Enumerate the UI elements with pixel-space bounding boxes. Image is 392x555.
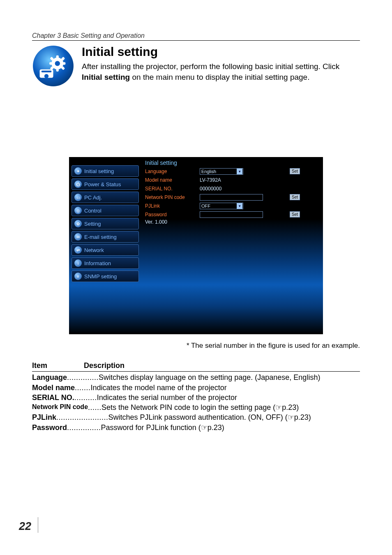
model-name-value: LV-7392A <box>200 177 221 183</box>
nav-label: Control <box>84 208 101 214</box>
dots: .............. <box>67 372 99 382</box>
select-value: OFF <box>201 204 210 208</box>
nav-pc-adj[interactable]: ▭PC Adj. <box>71 192 139 203</box>
description: Password for PJLink function (☞p.23) <box>101 423 224 432</box>
header-item: Item <box>32 361 84 370</box>
nav-initial-setting[interactable]: ✦Initial setting <box>71 165 139 177</box>
term: PJLink <box>32 412 56 422</box>
table-row: Model name .......Indicates the model na… <box>32 383 360 393</box>
dots: ............... <box>67 423 101 432</box>
svg-point-12 <box>44 74 48 78</box>
sidebar-nav: ✦Initial setting ⏻Power & Status ▭PC Adj… <box>69 157 141 334</box>
dots: ....................... <box>56 412 108 422</box>
svg-rect-5 <box>62 62 65 65</box>
intro-text: After installing the projector, perform … <box>82 61 360 82</box>
svg-rect-3 <box>56 68 59 72</box>
chapter-header: Chapter 3 Basic Setting and Operation <box>32 32 360 39</box>
dots: .......... <box>74 393 97 402</box>
term: Password <box>32 423 67 432</box>
nav-label: Network <box>84 247 104 253</box>
page-number-divider <box>38 517 38 533</box>
intro-after: on the main menu to display the initial … <box>130 73 309 81</box>
row-pjlink: PJLink OFF ▾ <box>144 202 321 210</box>
header-description: Description <box>84 361 125 370</box>
description: Indicates the serial number of the proje… <box>97 393 237 402</box>
dots: ....... <box>75 383 91 393</box>
gear-nav-icon: ✦ <box>74 167 82 175</box>
input-password[interactable] <box>200 211 263 218</box>
network-nav-icon: ⇄ <box>74 246 82 254</box>
intro-bold: Initial setting <box>82 73 130 81</box>
nav-label: E-mail setting <box>84 234 117 240</box>
mail-nav-icon: ✉ <box>74 233 82 240</box>
chevron-down-icon: ▾ <box>237 203 242 209</box>
description-table: Item Description Language..............S… <box>32 361 360 432</box>
table-row: Password...............Password for PJLi… <box>32 423 360 432</box>
serial-no-value: 00000000 <box>200 186 221 192</box>
setting-nav-icon: ✿ <box>74 220 82 227</box>
label-password: Password <box>144 212 200 217</box>
nav-control[interactable]: ◎Control <box>71 205 139 216</box>
term: Language <box>32 372 67 382</box>
nav-network[interactable]: ⇄Network <box>71 244 139 256</box>
svg-point-10 <box>55 61 60 66</box>
term: Network PIN code <box>32 402 88 412</box>
svg-rect-13 <box>42 71 52 72</box>
row-language: Language English ▾ Set <box>144 167 321 175</box>
pc-nav-icon: ▭ <box>74 194 82 201</box>
set-button-language[interactable]: Set <box>290 168 300 174</box>
nav-information[interactable]: iInformation <box>71 257 139 269</box>
nav-setting[interactable]: ✿Setting <box>71 218 139 229</box>
row-pin-code: Network PIN code Set <box>144 193 321 201</box>
table-row: Language..............Switches display l… <box>32 372 360 382</box>
svg-rect-4 <box>49 62 53 65</box>
page-number: 22 <box>19 520 31 533</box>
input-pin-code[interactable] <box>200 194 263 201</box>
nav-label: Setting <box>84 221 101 227</box>
power-nav-icon: ⏻ <box>74 180 82 188</box>
label-pin-code: Network PIN code <box>144 194 200 200</box>
nav-snmp[interactable]: ≡SNMP setting <box>71 271 139 282</box>
nav-label: Initial setting <box>84 168 114 174</box>
nav-label: Power & Status <box>84 181 121 187</box>
nav-label: SNMP setting <box>84 273 117 280</box>
nav-power-status[interactable]: ⏻Power & Status <box>71 178 139 190</box>
select-pjlink[interactable]: OFF ▾ <box>200 203 243 209</box>
description: Switches PJLink password authentication.… <box>108 412 311 422</box>
label-language: Language <box>144 169 200 174</box>
term: Model name <box>32 383 75 393</box>
row-serial-no: SERIAL NO. 00000000 <box>144 185 321 192</box>
control-nav-icon: ◎ <box>74 207 82 214</box>
page-title: Initial setting <box>82 45 360 59</box>
figure-caption: * The serial number in the figure is use… <box>0 342 360 350</box>
settings-screenshot: ✦Initial setting ⏻Power & Status ▭PC Adj… <box>69 157 323 334</box>
select-value: English <box>201 169 216 174</box>
snmp-nav-icon: ≡ <box>74 273 82 280</box>
dots: ...... <box>88 402 101 412</box>
description: Switches display language on the setting… <box>99 372 320 382</box>
chevron-down-icon: ▾ <box>237 169 242 174</box>
intro-before: After installing the projector, perform … <box>82 62 339 71</box>
header-rule <box>32 40 360 41</box>
info-nav-icon: i <box>74 259 82 267</box>
label-serial-no: SERIAL NO. <box>144 186 200 192</box>
row-model-name: Model name LV-7392A <box>144 176 321 184</box>
term: SERIAL NO. <box>32 393 74 402</box>
settings-panel: Initial setting Language English ▾ Set M… <box>141 157 323 334</box>
nav-label: PC Adj. <box>84 194 102 201</box>
row-password: Password Set <box>144 210 321 218</box>
label-pjlink: PJLink <box>144 203 200 209</box>
set-button-pin[interactable]: Set <box>290 194 300 200</box>
select-language[interactable]: English ▾ <box>200 168 243 175</box>
table-row: SERIAL NO. ..........Indicates the seria… <box>32 393 360 402</box>
panel-title: Initial setting <box>144 160 321 166</box>
gear-icon <box>32 45 74 87</box>
version-text: Ver. 1.000 <box>144 219 321 225</box>
table-row: Network PIN code ......Sets the Network … <box>32 402 360 412</box>
table-row: PJLink.......................Switches PJ… <box>32 412 360 422</box>
set-button-password[interactable]: Set <box>290 211 300 217</box>
description: Sets the Network PIN code to login the s… <box>101 402 299 412</box>
nav-label: Information <box>84 260 111 266</box>
nav-email[interactable]: ✉E-mail setting <box>71 231 139 243</box>
svg-rect-2 <box>56 56 59 59</box>
